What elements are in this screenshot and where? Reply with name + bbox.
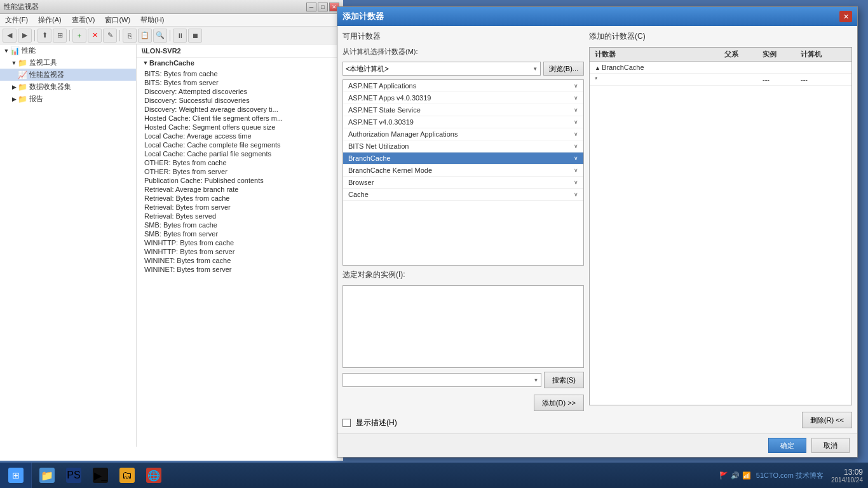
forward-button[interactable]: ▶ — [18, 29, 32, 43]
ac-counter-cell: * — [592, 75, 722, 84]
delete-button[interactable]: ✕ — [88, 29, 102, 43]
instance-box[interactable] — [342, 285, 584, 368]
sidebar-item-reports[interactable]: ▶ 📁 报告 — [0, 93, 136, 105]
sidebar: ▼ 📊 性能 ▼ 📁 监视工具 📈 性能监视器 ▶ 📁 数据收集器集 ▶ 📁 — [0, 44, 137, 447]
tree-entry-item: Publication Cache: Published contents — [137, 176, 343, 185]
taskbar-item-files[interactable]: 📁 — [34, 464, 60, 487]
tree-entry-item: BITS: Bytes from server — [137, 78, 343, 87]
sidebar-item-perf-monitor[interactable]: 📈 性能监视器 — [0, 69, 136, 81]
counter-list-item[interactable]: ASP.NET v4.0.30319∨ — [343, 116, 583, 128]
minimize-button[interactable]: ─ — [306, 3, 316, 11]
tree-entry-item: Local Cache: Average access time — [137, 132, 343, 140]
remove-button[interactable]: 删除(R) << — [802, 412, 852, 428]
added-counters-label: 添加的计数器(C) — [589, 31, 852, 42]
sidebar-item-data-collector[interactable]: ▶ 📁 数据收集器集 — [0, 81, 136, 93]
ac-instance-cell: --- — [760, 75, 798, 84]
browse-button[interactable]: 浏览(B)... — [543, 62, 584, 76]
dialog-footer: 确定 取消 — [337, 433, 857, 457]
dialog-titlebar: 添加计数器 ✕ — [337, 7, 857, 26]
computer-value: <本地计算机> — [346, 64, 389, 74]
ac-counter-cell: ▲BranchCache — [592, 63, 722, 72]
copy-button[interactable]: ⎘ — [123, 29, 137, 43]
edit-button[interactable]: ✎ — [103, 29, 117, 43]
cancel-button[interactable]: 取消 — [811, 438, 850, 453]
taskbar-item-network[interactable]: 🌐 — [141, 464, 166, 487]
dialog-close-button[interactable]: ✕ — [839, 11, 852, 22]
search-input[interactable]: ▼ — [342, 373, 541, 387]
date-display: 2014/10/24 — [831, 477, 863, 484]
counter-list-item[interactable]: BITS Net Utilization∨ — [343, 140, 583, 152]
tree-entry-item: Retrieval: Average branch rate — [137, 185, 343, 194]
tree-entry-item: Discovery: Weighted average discovery ti… — [137, 105, 343, 114]
back-button[interactable]: ◀ — [3, 29, 17, 43]
expand-arrow-icon: ∨ — [574, 119, 578, 125]
expand-arrow-icon: ∨ — [574, 95, 578, 101]
tree-entry-item: Hosted Cache: Segment offers queue size — [137, 123, 343, 132]
start-button[interactable]: ⊞ — [0, 463, 32, 488]
menubar: 文件(F) 操作(A) 查看(V) 窗口(W) 帮助(H) — [0, 14, 343, 27]
network-status-icon: 📶 — [742, 471, 751, 480]
counter-list-item[interactable]: ASP.NET Apps v4.0.30319∨ — [343, 92, 583, 104]
zoom-button[interactable]: 🔍 — [153, 29, 167, 43]
taskbar: ⊞ 📁 PS ▶_ 🗂 🌐 🚩 🔊 📶 51CTO.com 技术博客 13:09… — [0, 463, 868, 488]
toolbar-sep3 — [119, 30, 120, 41]
counter-name: Authorization Manager Applications — [348, 130, 458, 138]
combo-arrow-icon: ▼ — [532, 66, 538, 72]
menu-file[interactable]: 文件(F) — [3, 15, 31, 25]
paste-button[interactable]: 📋 — [138, 29, 152, 43]
menu-action[interactable]: 操作(A) — [36, 15, 64, 25]
branchcache-node[interactable]: ▼ BranchCache — [137, 58, 343, 68]
maximize-button[interactable]: □ — [318, 3, 328, 11]
tree-entry-item: BITS: Bytes from cache — [137, 69, 343, 78]
toolbar: ◀ ▶ ⬆ ⊞ + ✕ ✎ ⎘ 📋 🔍 ⏸ ⏹ — [0, 27, 343, 44]
watermark-text: 51CTO.com 技术博客 — [756, 471, 824, 480]
expand-arrow-icon: ∨ — [574, 143, 578, 149]
pause-button[interactable]: ⏸ — [173, 29, 187, 43]
perf-title: 性能监视器 — [4, 2, 39, 11]
menu-help[interactable]: 帮助(H) — [138, 15, 166, 25]
taskbar-item-terminal[interactable]: ▶_ — [88, 464, 113, 487]
freeze-button[interactable]: ⏹ — [188, 29, 202, 43]
toolbar-sep2 — [69, 30, 70, 41]
tree-entry-item: SMB: Bytes from server — [137, 229, 343, 238]
sidebar-item-monitor-tools[interactable]: ▼ 📁 监视工具 — [0, 57, 136, 69]
taskbar-item-powershell[interactable]: PS — [61, 464, 86, 487]
menu-window[interactable]: 窗口(W) — [102, 15, 133, 25]
table-header: 计数器 父系 实例 计算机 — [590, 48, 851, 62]
show-desc-checkbox[interactable] — [342, 419, 351, 427]
notification-area: 🚩 🔊 📶 — [719, 471, 751, 480]
taskbar-item-explorer2[interactable]: 🗂 — [114, 464, 140, 487]
counter-name: ASP.NET Applications — [348, 82, 416, 90]
counter-list-item[interactable]: Cache∨ — [343, 189, 583, 201]
tree-entry-item: WINHTTP: Bytes from server — [137, 247, 343, 256]
powershell-icon: PS — [66, 468, 81, 483]
tree-entry-item: OTHER: Bytes from cache — [137, 158, 343, 167]
view-toggle[interactable]: ⊞ — [53, 29, 67, 43]
search-button[interactable]: 搜索(S) — [544, 372, 584, 388]
available-counters-label: 可用计数器 — [342, 31, 584, 42]
ok-button[interactable]: 确定 — [768, 438, 806, 453]
counter-list-item[interactable]: ASP.NET State Service∨ — [343, 104, 583, 116]
perf-titlebar: 性能监视器 ─ □ ✕ — [0, 0, 343, 14]
collapse-icon: ▲ — [595, 65, 600, 71]
counter-list-item[interactable]: BranchCache Kernel Mode∨ — [343, 165, 583, 177]
col-instance: 实例 — [760, 49, 798, 60]
counter-list-item[interactable]: Authorization Manager Applications∨ — [343, 128, 583, 140]
tree-entry-item: WINHTTP: Bytes from cache — [137, 238, 343, 247]
counter-list-item[interactable]: Browser∨ — [343, 177, 583, 189]
right-panel: 添加的计数器(C) 计数器 父系 实例 计算机 ▲BranchCache * -… — [589, 31, 852, 428]
sidebar-item-perf[interactable]: ▼ 📊 性能 — [0, 44, 136, 57]
menu-view[interactable]: 查看(V) — [69, 15, 98, 25]
ac-computer-cell: --- — [798, 75, 849, 84]
perf-main-area: \\LON-SVR2 ▼ BranchCache BITS: Bytes fro… — [137, 44, 343, 447]
right-actions: 删除(R) << — [589, 412, 852, 428]
tree-entry-item: SMB: Bytes from cache — [137, 220, 343, 229]
up-button[interactable]: ⬆ — [37, 29, 51, 43]
computer-dropdown[interactable]: <本地计算机> ▼ — [342, 62, 541, 76]
counter-list-item[interactable]: ASP.NET Applications∨ — [343, 80, 583, 92]
tree-entry-item: Discovery: Successful discoveries — [137, 96, 343, 105]
folder-icon: 🗂 — [119, 468, 135, 483]
counter-list-item[interactable]: BranchCache∨ — [343, 152, 583, 165]
add-button[interactable]: + — [72, 29, 86, 43]
add-button[interactable]: 添加(D) >> — [534, 395, 584, 411]
